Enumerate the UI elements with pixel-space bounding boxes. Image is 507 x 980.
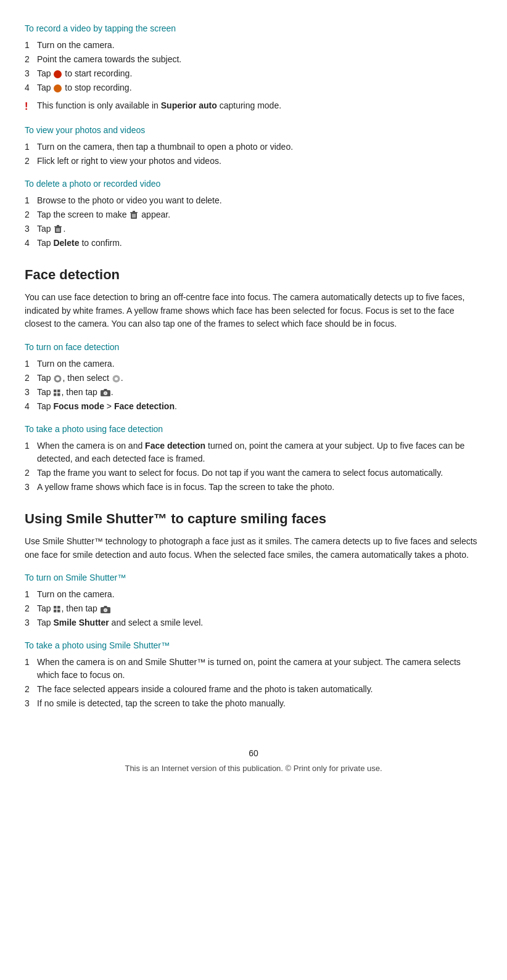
camera-icon bbox=[101, 389, 110, 396]
list-item: 3 If no smile is detected, tap the scree… bbox=[25, 697, 482, 710]
view-photos-heading: To view your photos and videos bbox=[25, 124, 482, 137]
list-text: Turn on the camera, then tap a thumbnail… bbox=[37, 141, 482, 153]
smile-shutter-description: Use Smile Shutter™ technology to photogr… bbox=[25, 535, 482, 561]
list-item: 1 Browse to the photo or video you want … bbox=[25, 194, 482, 207]
svg-rect-19 bbox=[57, 393, 60, 396]
svg-point-23 bbox=[104, 392, 107, 394]
list-text: Flick left or right to view your photos … bbox=[37, 155, 482, 168]
list-item: 3 Tap . bbox=[25, 223, 482, 235]
svg-point-31 bbox=[104, 609, 107, 611]
svg-rect-8 bbox=[57, 225, 59, 227]
list-item: 2 Flick left or right to view your photo… bbox=[25, 155, 482, 168]
list-num: 3 bbox=[25, 481, 33, 494]
list-text: Turn on the camera. bbox=[37, 39, 482, 52]
view-photos-section: To view your photos and videos 1 Turn on… bbox=[25, 124, 482, 168]
settings-circle-icon bbox=[54, 375, 62, 383]
list-num: 3 bbox=[25, 223, 33, 235]
list-num: 1 bbox=[25, 656, 33, 682]
list-text: Turn on the camera. bbox=[37, 588, 482, 601]
list-item: 4 Tap Delete to confirm. bbox=[25, 237, 482, 250]
list-num: 2 bbox=[25, 208, 33, 221]
record-video-section: To record a video by tapping the screen … bbox=[25, 22, 482, 114]
list-text: Tap , then select . bbox=[37, 372, 482, 385]
svg-rect-17 bbox=[57, 390, 60, 393]
list-num: 1 bbox=[25, 588, 33, 601]
list-num: 2 bbox=[25, 53, 33, 66]
record-stop-icon bbox=[54, 84, 62, 92]
list-text: Tap Focus mode > Face detection. bbox=[37, 400, 482, 413]
list-item: 2 Tap , then select . bbox=[25, 372, 482, 385]
svg-rect-5 bbox=[135, 214, 136, 218]
list-num: 2 bbox=[25, 467, 33, 480]
record-video-list: 1 Turn on the camera. 2 Point the camera… bbox=[25, 39, 482, 94]
delete-photo-list: 1 Browse to the photo or video you want … bbox=[25, 194, 482, 250]
svg-rect-24 bbox=[54, 606, 57, 609]
list-item: 2 The face selected appears inside a col… bbox=[25, 683, 482, 696]
list-text: If no smile is detected, tap the screen … bbox=[37, 697, 482, 710]
svg-rect-16 bbox=[54, 390, 57, 393]
list-item: 1 Turn on the camera. bbox=[25, 588, 482, 601]
svg-rect-25 bbox=[57, 606, 60, 609]
turn-on-smile-list: 1 Turn on the camera. 2 Tap , then tap bbox=[25, 588, 482, 629]
list-text: The face selected appears inside a colou… bbox=[37, 683, 482, 696]
svg-rect-2 bbox=[133, 211, 135, 213]
note-text: This function is only available in Super… bbox=[37, 99, 281, 112]
list-item: 3 A yellow frame shows which face is in … bbox=[25, 481, 482, 494]
list-item: 1 Turn on the camera. bbox=[25, 39, 482, 52]
list-num: 3 bbox=[25, 386, 33, 399]
list-text: When the camera is on and Smile Shutter™… bbox=[37, 656, 482, 682]
list-num: 2 bbox=[25, 155, 33, 168]
turn-on-face-detection: To turn on face detection 1 Turn on the … bbox=[25, 341, 482, 413]
list-item: 1 Turn on the camera, then tap a thumbna… bbox=[25, 141, 482, 153]
list-item: 1 Turn on the camera. bbox=[25, 357, 482, 370]
grid-icon-2 bbox=[54, 606, 60, 613]
list-item: 2 Point the camera towards the subject. bbox=[25, 53, 482, 66]
list-text: Point the camera towards the subject. bbox=[37, 53, 482, 66]
exclaim-icon: ! bbox=[25, 99, 32, 114]
smile-shutter-big-heading: Using Smile Shutter™ to capture smiling … bbox=[25, 508, 482, 529]
svg-point-13 bbox=[56, 377, 60, 380]
list-num: 4 bbox=[25, 237, 33, 250]
turn-on-face-list: 1 Turn on the camera. 2 Tap , then selec… bbox=[25, 357, 482, 413]
page-number: 60 bbox=[25, 747, 482, 760]
list-num: 3 bbox=[25, 697, 33, 710]
list-item: 2 Tap the frame you want to select for f… bbox=[25, 467, 482, 480]
list-num: 1 bbox=[25, 194, 33, 207]
list-text: Tap . bbox=[37, 223, 482, 235]
list-text: Tap the frame you want to select for foc… bbox=[37, 467, 482, 480]
grid-icon bbox=[54, 390, 60, 396]
take-photo-face-heading: To take a photo using face detection bbox=[25, 423, 482, 436]
svg-rect-27 bbox=[57, 610, 60, 613]
footer: 60 This is an Internet version of this p… bbox=[25, 747, 482, 775]
list-item: 3 Tap , then tap . bbox=[25, 386, 482, 399]
view-photos-list: 1 Turn on the camera, then tap a thumbna… bbox=[25, 141, 482, 168]
footer-note: This is an Internet version of this publ… bbox=[25, 762, 482, 775]
record-start-icon bbox=[54, 70, 62, 78]
svg-rect-18 bbox=[54, 393, 57, 396]
delete-photo-heading: To delete a photo or recorded video bbox=[25, 178, 482, 190]
list-text: When the camera is on and Face detection… bbox=[37, 439, 482, 465]
list-num: 2 bbox=[25, 683, 33, 696]
list-num: 2 bbox=[25, 602, 33, 615]
list-item: 4 Tap Focus mode > Face detection. bbox=[25, 400, 482, 413]
svg-rect-9 bbox=[57, 228, 57, 232]
list-num: 1 bbox=[25, 39, 33, 52]
list-num: 4 bbox=[25, 81, 33, 94]
take-photo-face-list: 1 When the camera is on and Face detecti… bbox=[25, 439, 482, 494]
list-text: Tap , then tap . bbox=[37, 386, 482, 399]
list-item: 1 When the camera is on and Smile Shutte… bbox=[25, 656, 482, 682]
svg-rect-11 bbox=[59, 228, 60, 232]
svg-marker-21 bbox=[104, 389, 107, 390]
list-text: A yellow frame shows which face is in fo… bbox=[37, 481, 482, 494]
list-item: 3 Tap to start recording. bbox=[25, 67, 482, 80]
turn-on-smile-heading: To turn on Smile Shutter™ bbox=[25, 571, 482, 584]
svg-marker-29 bbox=[104, 606, 107, 607]
list-item: 3 Tap Smile Shutter and select a smile l… bbox=[25, 616, 482, 629]
turn-on-face-heading: To turn on face detection bbox=[25, 341, 482, 354]
face-detection-section: Face detection You can use face detectio… bbox=[25, 264, 482, 494]
list-text: Tap Smile Shutter and select a smile lev… bbox=[37, 616, 482, 629]
take-photo-face-detection: To take a photo using face detection 1 W… bbox=[25, 423, 482, 494]
take-photo-smile-heading: To take a photo using Smile Shutter™ bbox=[25, 639, 482, 652]
trash-icon-2 bbox=[54, 225, 62, 234]
list-text: Turn on the camera. bbox=[37, 357, 482, 370]
